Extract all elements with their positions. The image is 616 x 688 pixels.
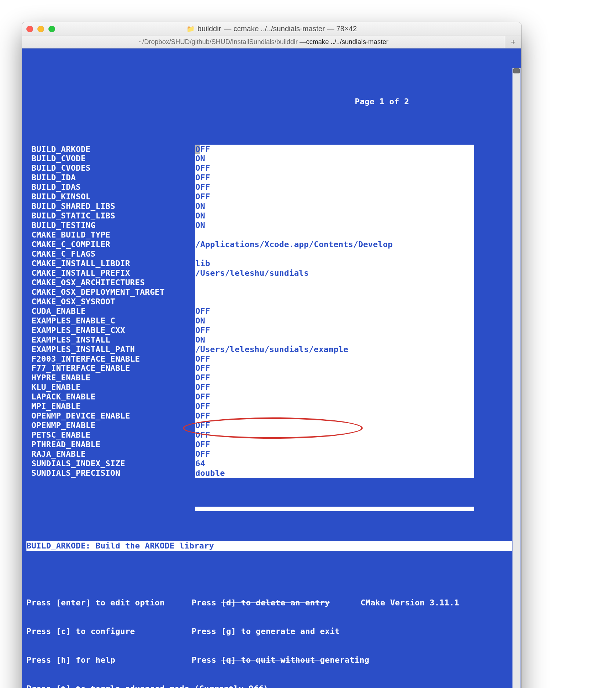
config-entry[interactable]: CMAKE_INSTALL_PREFIX/Users/leleshu/sundi… — [26, 268, 512, 278]
config-entry[interactable]: KLU_ENABLEOFF — [26, 383, 512, 392]
terminal-body[interactable]: Page 1 of 2 BUILD_ARKODEOFF BUILD_CVODEO… — [22, 48, 521, 688]
config-entry[interactable]: CMAKE_OSX_ARCHITECTURES — [26, 278, 512, 287]
status-block: Press [enter] to edit option Press [d] t… — [26, 579, 512, 688]
close-button[interactable] — [26, 26, 33, 32]
entry-value[interactable] — [195, 297, 474, 307]
entry-value[interactable]: OFF — [195, 145, 474, 154]
config-entry[interactable]: CMAKE_C_COMPILER/Applications/Xcode.app/… — [26, 240, 512, 249]
entry-name: EXAMPLES_ENABLE_C — [26, 316, 195, 326]
entry-value[interactable]: OFF — [195, 449, 474, 459]
config-entry[interactable]: OPENMP_ENABLEOFF — [26, 421, 512, 430]
entry-value[interactable]: OFF — [195, 383, 474, 392]
help-line-text: BUILD_ARKODE: Build the ARKODE library — [26, 541, 214, 550]
config-entry[interactable]: CMAKE_OSX_DEPLOYMENT_TARGET — [26, 287, 512, 297]
entry-value[interactable]: OFF — [195, 307, 474, 316]
entry-name: BUILD_CVODE — [26, 154, 195, 163]
entry-value[interactable]: OFF — [195, 392, 474, 402]
config-entry[interactable]: BUILD_CVODESOFF — [26, 163, 512, 173]
entry-value[interactable]: OFF — [195, 173, 474, 182]
config-entry[interactable]: MPI_ENABLEOFF — [26, 402, 512, 411]
entry-value[interactable]: OFF — [195, 411, 474, 421]
config-entry[interactable]: F2003_INTERFACE_ENABLEOFF — [26, 354, 512, 364]
entry-name: F2003_INTERFACE_ENABLE — [26, 354, 195, 364]
entry-value[interactable]: ON — [195, 316, 474, 326]
config-entry[interactable]: BUILD_IDAOFF — [26, 173, 512, 182]
config-entries: BUILD_ARKODEOFF BUILD_CVODEON BUILD_CVOD… — [26, 145, 512, 478]
entry-value[interactable]: OFF — [195, 354, 474, 364]
config-entry[interactable]: SUNDIALS_INDEX_SIZE64 — [26, 459, 512, 468]
entry-name: CMAKE_INSTALL_PREFIX — [26, 268, 195, 278]
entry-name: OPENMP_ENABLE — [26, 421, 195, 430]
entry-value[interactable] — [195, 287, 474, 297]
cmake-version: CMake Version 3.11.1 — [360, 598, 512, 608]
entry-name: CMAKE_C_FLAGS — [26, 249, 195, 259]
config-entry[interactable]: SUNDIALS_PRECISIONdouble — [26, 468, 512, 478]
config-entry[interactable]: CMAKE_C_FLAGS — [26, 249, 512, 259]
entry-value[interactable] — [195, 278, 474, 287]
entry-value[interactable]: /Users/leleshu/sundials/example — [195, 345, 474, 354]
entry-value[interactable]: ON — [195, 211, 474, 221]
entry-value[interactable]: OFF — [195, 373, 474, 383]
config-entry[interactable]: EXAMPLES_INSTALL_PATH/Users/leleshu/sund… — [26, 345, 512, 354]
config-entry[interactable]: CMAKE_OSX_SYSROOT — [26, 297, 512, 307]
entry-name: RAJA_ENABLE — [26, 449, 195, 459]
entry-value[interactable]: ON — [195, 154, 474, 163]
config-entry[interactable]: PETSC_ENABLEOFF — [26, 430, 512, 440]
entry-value[interactable]: ON — [195, 202, 474, 211]
scrollbar-thumb[interactable] — [513, 68, 520, 73]
entry-value[interactable] — [195, 249, 474, 259]
config-entry[interactable]: BUILD_KINSOLOFF — [26, 192, 512, 202]
entry-name: CMAKE_C_COMPILER — [26, 240, 195, 249]
entry-name: BUILD_KINSOL — [26, 192, 195, 202]
config-entry[interactable]: BUILD_STATIC_LIBSON — [26, 211, 512, 221]
entry-name: BUILD_STATIC_LIBS — [26, 211, 195, 221]
config-entry[interactable]: F77_INTERFACE_ENABLEOFF — [26, 363, 512, 373]
tab-active[interactable]: ~/Dropbox/SHUD/github/SHUD/InstallSundia… — [22, 36, 505, 48]
entry-value[interactable]: OFF — [195, 421, 474, 430]
config-entry[interactable]: OPENMP_DEVICE_ENABLEOFF — [26, 411, 512, 421]
entry-value[interactable]: OFF — [195, 192, 474, 202]
new-tab-button[interactable]: + — [505, 36, 521, 48]
config-entry[interactable]: BUILD_TESTINGON — [26, 221, 512, 230]
tab-cmd: ccmake ../../sundials-master — [306, 38, 388, 46]
scrollbar[interactable] — [512, 68, 521, 688]
config-entry[interactable]: BUILD_CVODEON — [26, 154, 512, 163]
entry-value[interactable]: /Users/leleshu/sundials — [195, 268, 474, 278]
minimize-button[interactable] — [37, 26, 44, 32]
zoom-button[interactable] — [48, 26, 55, 32]
entry-value[interactable] — [195, 230, 474, 240]
config-entry[interactable]: HYPRE_ENABLEOFF — [26, 373, 512, 383]
entry-value[interactable]: OFF — [195, 326, 474, 335]
entry-value[interactable]: /Applications/Xcode.app/Contents/Develop — [195, 240, 474, 249]
config-entry[interactable]: EXAMPLES_ENABLE_CXXOFF — [26, 326, 512, 335]
config-entry[interactable]: PTHREAD_ENABLEOFF — [26, 440, 512, 449]
config-entry[interactable]: EXAMPLES_ENABLE_CON — [26, 316, 512, 326]
entry-value[interactable]: double — [195, 468, 474, 478]
config-entry[interactable]: EXAMPLES_INSTALLON — [26, 335, 512, 345]
config-entry[interactable]: CMAKE_BUILD_TYPE — [26, 230, 512, 240]
hint-generate: Press [g] to generate and exit — [192, 627, 360, 636]
entry-value[interactable]: ON — [195, 335, 474, 345]
entry-value[interactable]: OFF — [195, 363, 474, 373]
config-entry[interactable]: RAJA_ENABLEOFF — [26, 449, 512, 459]
hint-quit: Press [q] to quit without generating — [192, 655, 360, 665]
config-entry[interactable]: BUILD_IDASOFF — [26, 182, 512, 192]
entry-name: CMAKE_OSX_SYSROOT — [26, 297, 195, 307]
entry-value[interactable]: OFF — [195, 163, 474, 173]
entry-value[interactable]: OFF — [195, 182, 474, 192]
config-entry[interactable]: LAPACK_ENABLEOFF — [26, 392, 512, 402]
config-entry[interactable]: BUILD_ARKODEOFF — [26, 145, 512, 154]
entry-value[interactable]: lib — [195, 259, 474, 268]
config-entry[interactable]: CUDA_ENABLEOFF — [26, 307, 512, 316]
hint-delete: Press [d] to delete an entry — [192, 598, 360, 608]
entry-value[interactable]: OFF — [195, 430, 474, 440]
entry-value[interactable]: 64 — [195, 459, 474, 468]
entry-name: CUDA_ENABLE — [26, 307, 195, 316]
entry-value[interactable]: OFF — [195, 402, 474, 411]
entry-value[interactable]: OFF — [195, 440, 474, 449]
config-entry[interactable]: BUILD_SHARED_LIBSON — [26, 202, 512, 211]
entry-name: CMAKE_OSX_ARCHITECTURES — [26, 278, 195, 287]
entry-value[interactable]: ON — [195, 221, 474, 230]
config-entry[interactable]: CMAKE_INSTALL_LIBDIRlib — [26, 259, 512, 268]
entry-name: PTHREAD_ENABLE — [26, 440, 195, 449]
